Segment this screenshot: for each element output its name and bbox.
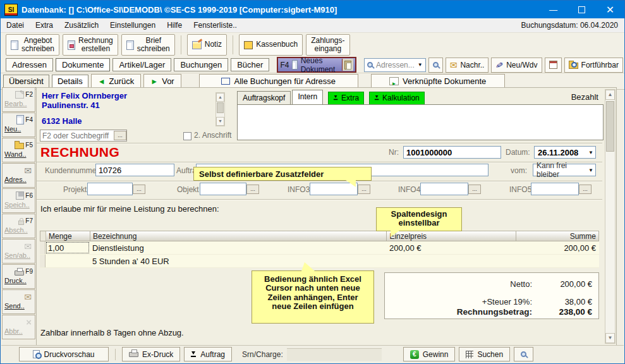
ellipsis-button[interactable]: ...	[358, 185, 370, 194]
address-search-dropdown[interactable]: Adressen...	[364, 58, 426, 72]
suchen-button[interactable]: Suchen	[459, 347, 510, 361]
rechnung-erstellen-button[interactable]: Rechnung erstellen	[63, 34, 118, 56]
main-scrollbar[interactable]: ▲ ▼	[605, 89, 616, 344]
menu-einstellungen[interactable]: Einstellungen	[104, 21, 161, 30]
search-button[interactable]	[428, 58, 443, 73]
sidebar: F2 Bearb.. F4 Neu.. F5 Wand.. Adres.. F6…	[2, 87, 35, 344]
zahlungseingang-button[interactable]: Zahlungs- eingang	[306, 34, 349, 56]
gewinn-button[interactable]: € Gewinn	[403, 347, 456, 361]
info4-field[interactable]	[420, 183, 468, 195]
tab-details[interactable]: Details	[52, 75, 88, 88]
close-button[interactable]: ✕	[596, 1, 624, 18]
tab-buchungen[interactable]: Buchungen	[174, 58, 228, 71]
neues-dokument-button[interactable]: F4 Neues Dokument	[277, 57, 356, 73]
folder-search-icon	[569, 63, 578, 69]
sidebar-item-drucken[interactable]: F9 Druck..	[2, 264, 35, 289]
scroll-up-button[interactable]: ▲	[216, 93, 224, 102]
printer-icon	[129, 352, 138, 357]
info5-field-group: ...	[531, 183, 592, 195]
alle-buchungen-button[interactable]: Alle Buchungen für Adresse	[199, 74, 358, 88]
ellipsis-button[interactable]: ...	[579, 185, 592, 194]
menu-zusaetzlich[interactable]: Zusätzlich	[59, 21, 104, 30]
paste-icon	[344, 61, 351, 70]
objekt-field[interactable]	[200, 183, 246, 195]
cell-summe[interactable]	[516, 255, 598, 267]
menu-hilfe[interactable]: Hilfe	[161, 21, 188, 30]
tab-auftragskopf[interactable]: Auftragskopf	[237, 91, 291, 105]
tab-buecher[interactable]: Bücher	[231, 58, 269, 71]
menu-extra[interactable]: Extra	[30, 21, 59, 30]
kalender-button[interactable]	[545, 58, 562, 73]
application-window: SI Datenbank: [] C:\Office-SI\DEMODB\ ©S…	[0, 0, 625, 364]
tab-adressen[interactable]: Adressen	[6, 58, 53, 71]
sidebar-item-adresse[interactable]: Adres..	[2, 163, 35, 188]
cell-summe[interactable]: 200,00 €	[516, 241, 598, 254]
menu-fensterliste[interactable]: Fensterliste..	[188, 21, 243, 30]
ellipsis-button[interactable]: ...	[246, 185, 259, 194]
table-row[interactable]: 1,00 Dienstleistung 200,00 € 200,00 €	[40, 241, 599, 255]
fortfuehrbar-button[interactable]: Fortführbar	[564, 58, 623, 73]
auftrag-button[interactable]: Auftrag	[184, 347, 232, 361]
search-input[interactable]	[40, 131, 114, 140]
scroll-thumb[interactable]	[217, 102, 224, 113]
invoice-date-select[interactable]: 26.11.2008	[534, 146, 596, 159]
scroll-down-button[interactable]: ▼	[605, 333, 615, 343]
ellipsis-button[interactable]: ...	[468, 185, 481, 194]
address-scrollbar[interactable]: ▲ ▼	[215, 92, 225, 126]
minimize-button[interactable]: —	[539, 1, 567, 18]
callout-zusatzfelder: Selbst definierbare Zusatzfelder	[193, 167, 372, 181]
cell-bezeichnung[interactable]: 5 Stunden a' 40 EUR	[90, 255, 387, 267]
col-summe[interactable]: Summe	[516, 231, 598, 241]
cell-menge[interactable]: 1,00	[46, 241, 90, 254]
zurueck-button[interactable]: Zurück	[91, 74, 142, 88]
intern-notes-area[interactable]	[237, 104, 604, 140]
tab-artikel-lager[interactable]: Artikel/Lager	[112, 58, 171, 71]
tab-dokumente[interactable]: Dokumente	[56, 58, 110, 71]
angebot-schreiben-button[interactable]: Angebot schreiben	[6, 34, 59, 56]
info5-field[interactable]	[531, 183, 579, 195]
vom-select[interactable]: Kann frei bleiber	[533, 164, 596, 176]
brief-schreiben-button[interactable]: Brief schreiben	[121, 34, 175, 56]
ellipsis-button[interactable]: ...	[114, 131, 126, 140]
col-bezeichnung[interactable]: Bezeichnung	[90, 231, 387, 241]
cell-menge[interactable]	[46, 255, 90, 267]
neu-wdv-button[interactable]: Neu/Wdv	[491, 58, 542, 73]
cell-einzelpreis[interactable]	[387, 255, 516, 267]
kassenbuch-button[interactable]: Kassenbuch	[239, 34, 303, 56]
sidebar-item-neu[interactable]: F4 Neu..	[2, 112, 35, 137]
sidebar-item-senden[interactable]: Send..	[2, 289, 35, 314]
ex-druck-button[interactable]: Ex-Druck	[122, 347, 180, 361]
print-icon	[15, 270, 24, 276]
col-menge[interactable]: Menge	[46, 231, 90, 241]
verknuepfte-dokumente-button[interactable]: Verknüpfte Dokumente	[371, 74, 505, 88]
lupe-button[interactable]	[514, 347, 533, 361]
scroll-up-button[interactable]: ▲	[605, 90, 615, 100]
paste-button[interactable]	[342, 59, 353, 71]
invoice-number-field[interactable]	[403, 146, 501, 159]
ellipsis-button[interactable]: ...	[133, 185, 145, 194]
tab-uebersicht[interactable]: Übersicht	[3, 75, 49, 88]
cell-bezeichnung[interactable]: Dienstleistung	[90, 241, 387, 254]
projekt-field[interactable]	[87, 183, 133, 195]
table-row[interactable]: 5 Stunden a' 40 EUR	[40, 255, 599, 268]
kundennummer-field[interactable]	[95, 164, 174, 176]
chevron-down-icon	[418, 62, 423, 68]
sidebar-item-wandeln[interactable]: F5 Wand..	[2, 138, 35, 162]
extra-button[interactable]: Extra	[328, 92, 364, 105]
vor-button[interactable]: Vor	[143, 74, 181, 88]
kalkulation-button[interactable]: Kalkulation	[369, 92, 425, 105]
menu-datei[interactable]: Datei	[1, 21, 30, 30]
address-search-field[interactable]: ...	[40, 130, 127, 142]
tab-intern[interactable]: Intern	[292, 90, 323, 105]
col-einzelpreis[interactable]: Einzelpreis	[387, 231, 516, 241]
chevron-down-icon	[588, 150, 593, 155]
second-address-checkbox[interactable]	[183, 132, 191, 140]
scroll-down-button[interactable]: ▼	[216, 117, 224, 126]
scroll-thumb[interactable]	[606, 101, 614, 152]
nachricht-button[interactable]: Nachr..	[446, 58, 489, 73]
cell-einzelpreis[interactable]: 200,00 €	[387, 241, 516, 254]
notiz-button[interactable]: Notiz	[187, 34, 227, 56]
cancel-icon	[26, 318, 32, 326]
maximize-button[interactable]	[567, 1, 596, 18]
druckvorschau-button[interactable]: Druckvorschau	[19, 347, 109, 361]
